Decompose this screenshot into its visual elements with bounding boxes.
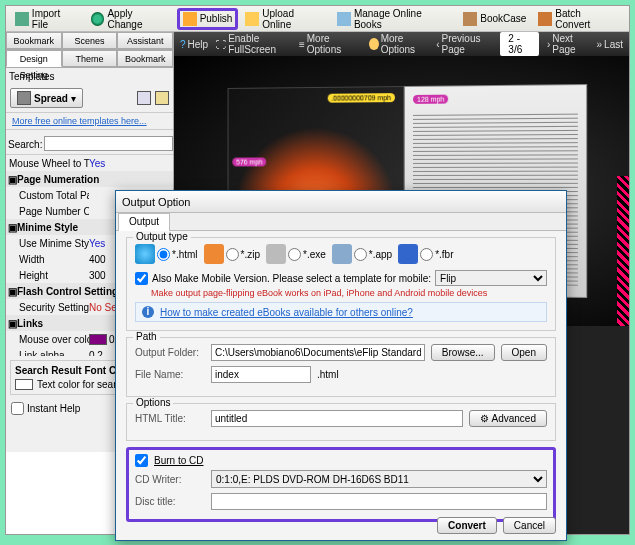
batch-label: Batch Convert [555,8,618,30]
options-legend: Options [133,397,173,408]
instant-help-label: Instant Help [27,403,80,414]
speed-badge-3: 576 mph [232,157,266,166]
publish-button[interactable]: Publish [177,8,239,30]
fullscreen-button[interactable]: ⛶Enable FullScreen [216,33,291,55]
cancel-button[interactable]: Cancel [503,517,556,534]
mouse-over-swatch[interactable] [89,334,107,345]
upload-icon [245,12,259,26]
tab-theme[interactable]: Theme [62,50,118,67]
open-button[interactable]: Open [501,344,547,361]
search-row: Search: 🔍 [6,134,173,155]
page-indicator[interactable]: 2 - 3/6 [500,32,539,56]
manage-icon [337,12,351,26]
page-numeration-heading: Page Numeration [17,174,99,185]
bookcase-icon [463,12,477,26]
prev-page-button[interactable]: ‹Previous Page [436,33,492,55]
import-file-button[interactable]: Import File [10,6,84,32]
mobile-row: Also Make Mobile Version. Please select … [135,270,547,286]
more-options-1[interactable]: ≡More Options [299,33,353,55]
browse-button[interactable]: Browse... [431,344,495,361]
tab-scenes[interactable]: Scenes [62,32,118,49]
bookcase-button[interactable]: BookCase [458,10,531,28]
preview-toolbar: ?Help ⛶Enable FullScreen ≡More Options M… [174,32,629,56]
tab-bookmark[interactable]: Bookmark [117,50,173,67]
next-page-button[interactable]: ›Next Page [547,33,589,55]
path-legend: Path [133,331,160,342]
spread-icon [17,91,31,105]
links-heading: Links [17,318,43,329]
import-icon [15,12,29,26]
security-label: Security Settings [9,302,89,313]
label-exe: *.exe [303,249,326,260]
mouse-wheel-value[interactable]: Yes [89,158,170,169]
manage-books-button[interactable]: Manage Online Books [332,6,456,32]
apply-change-button[interactable]: Apply Change [86,6,175,32]
template-bar: Spread▾ [6,84,173,113]
label-fbr: *.fbr [435,249,453,260]
apply-icon [91,12,105,26]
last-page-button[interactable]: »Last [597,39,623,50]
last-icon: » [597,39,603,50]
radio-zip[interactable] [226,248,239,261]
sr-swatch[interactable] [15,379,33,390]
batch-convert-button[interactable]: Batch Convert [533,6,623,32]
convert-button[interactable]: Convert [437,517,497,534]
radio-app[interactable] [354,248,367,261]
left-tabs-2: Design Setting Theme Bookmark [6,50,173,68]
publish-label: Publish [200,13,233,24]
label-html: *.html [172,249,198,260]
folder-template-icon[interactable] [155,91,169,105]
cd-writer-select[interactable]: 0:1:0,E: PLDS DVD-ROM DH-16D6S BD11 [211,470,547,488]
flash-control-heading: Flash Control Settings [17,286,124,297]
search-input[interactable] [44,136,173,151]
upload-online-button[interactable]: Upload Online [240,6,330,32]
search-label: Search: [8,139,42,150]
tab-assistant[interactable]: Assistant [117,32,173,49]
expand-icon[interactable]: ▣ [8,222,17,233]
expand-icon[interactable]: ▣ [8,174,17,185]
disc-title-label: Disc title: [135,496,205,507]
file-name-input[interactable] [211,366,311,383]
burn-checkbox[interactable] [135,454,148,467]
exe-icon [266,244,286,264]
expand-icon[interactable]: ▣ [8,318,17,329]
radio-fbr[interactable] [420,248,433,261]
mobile-template-select[interactable]: Flip [435,270,547,286]
file-name-label: File Name: [135,369,205,380]
tab-design-setting[interactable]: Design Setting [6,50,62,67]
radio-exe[interactable] [288,248,301,261]
width-label: Width [9,254,89,265]
batch-icon [538,12,552,26]
output-folder-label: Output Folder: [135,347,205,358]
help-button[interactable]: ?Help [180,39,208,50]
mobile-checkbox[interactable] [135,272,148,285]
speed-badge-2: 128 mph [413,95,448,104]
radio-html[interactable] [157,248,170,261]
mouse-over-label: Mouse over color [9,334,89,345]
minime-heading: Minime Style [17,222,78,233]
main-toolbar: Import File Apply Change Publish Upload … [6,6,629,32]
use-minime-label: Use Minime Style [9,238,89,249]
save-template-icon[interactable] [137,91,151,105]
height-label: Height [9,270,89,281]
html-title-input[interactable] [211,410,463,427]
burn-fieldset: Burn to CD CD Writer: 0:1:0,E: PLDS DVD-… [126,447,556,522]
tab-output[interactable]: Output [118,213,170,231]
disc-title-input[interactable] [211,493,547,510]
spread-dropdown[interactable]: Spread▾ [10,88,83,108]
mouse-wheel-label: Mouse Wheel to Turn P... [9,158,89,169]
tab-bookmark-tabs[interactable]: Bookmark Tabs [6,32,62,49]
dialog-body: Output type *.html *.zip *.exe *.app *.f… [116,231,566,534]
file-ext-label: .html [317,369,339,380]
burn-label: Burn to CD [154,455,203,466]
import-label: Import File [32,8,79,30]
apply-label: Apply Change [107,8,169,30]
more-templates-link[interactable]: More free online templates here... [6,113,173,130]
instant-help-checkbox[interactable] [11,402,24,415]
custom-total-label: Custom Total Pages [9,190,89,201]
more-options-2[interactable]: More Options [369,33,428,55]
output-folder-input[interactable] [211,344,425,361]
expand-icon[interactable]: ▣ [8,286,17,297]
info-link[interactable]: How to make created eBooks available for… [160,307,413,318]
advanced-button[interactable]: Advanced [469,410,547,427]
